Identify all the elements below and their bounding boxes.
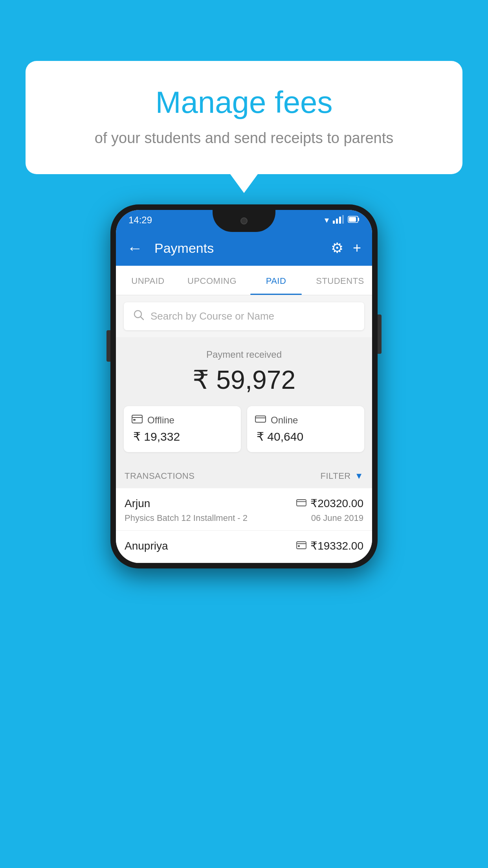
svg-rect-16	[297, 542, 306, 549]
phone-frame: 14:29 ▾	[110, 204, 378, 568]
svg-rect-1	[336, 219, 338, 224]
speech-bubble-container: Manage fees of your students and send re…	[26, 61, 462, 174]
svg-rect-14	[297, 500, 306, 506]
svg-rect-12	[255, 416, 266, 422]
transactions-label: TRANSACTIONS	[125, 471, 194, 481]
search-bar[interactable]: Search by Course or Name	[124, 302, 364, 330]
speech-bubble-subtext: of your students and send receipts to pa…	[57, 130, 431, 147]
signal-icon	[333, 215, 344, 226]
filter-button[interactable]: FILTER ▼	[321, 471, 363, 481]
tab-paid[interactable]: PAID	[244, 266, 308, 295]
transaction-date: 06 June 2019	[311, 513, 363, 523]
search-placeholder-text: Search by Course or Name	[150, 310, 274, 322]
transaction-name: Anupriya	[125, 540, 168, 552]
tab-students[interactable]: STUDENTS	[308, 266, 372, 295]
search-icon	[133, 309, 144, 323]
transaction-name: Arjun	[125, 497, 150, 510]
online-card-header: Online	[255, 415, 298, 426]
offline-card-header: Offline	[132, 415, 174, 426]
payment-received-label: Payment received	[124, 349, 364, 360]
online-payment-row-icon	[296, 498, 306, 509]
transaction-amount-wrapper: ₹19332.00	[296, 539, 363, 552]
speech-bubble: Manage fees of your students and send re…	[26, 61, 462, 174]
offline-payment-card: Offline ₹ 19,332	[124, 406, 241, 452]
online-label: Online	[271, 415, 298, 426]
battery-icon	[348, 216, 360, 225]
offline-payment-icon	[132, 415, 143, 426]
table-row[interactable]: Anupriya ₹19332.00	[116, 531, 372, 563]
svg-rect-0	[333, 221, 335, 224]
app-bar: ← Payments ⚙ +	[116, 230, 372, 266]
settings-icon[interactable]: ⚙	[331, 240, 343, 256]
transaction-row-top: Anupriya ₹19332.00	[125, 539, 363, 552]
svg-rect-5	[358, 218, 359, 221]
svg-rect-11	[133, 419, 136, 421]
transaction-amount: ₹20320.00	[310, 497, 363, 510]
payment-total-amount: ₹ 59,972	[124, 365, 364, 395]
svg-rect-9	[132, 415, 142, 423]
online-amount: ₹ 40,640	[255, 430, 303, 443]
add-icon[interactable]: +	[353, 240, 361, 256]
transaction-row-top: Arjun ₹20320.00	[125, 497, 363, 510]
search-section: Search by Course or Name	[116, 295, 372, 337]
app-bar-title: Payments	[154, 241, 323, 256]
phone-screen: 14:29 ▾	[116, 210, 372, 563]
tab-upcoming[interactable]: UPCOMING	[180, 266, 244, 295]
tab-bar: UNPAID UPCOMING PAID STUDENTS	[116, 266, 372, 295]
status-time: 14:29	[128, 215, 152, 226]
speech-bubble-heading: Manage fees	[57, 85, 431, 120]
filter-icon: ▼	[355, 471, 363, 481]
transaction-row-bottom: Physics Batch 12 Installment - 2 06 June…	[125, 513, 363, 523]
wifi-icon: ▾	[325, 215, 329, 225]
svg-line-8	[141, 317, 143, 320]
table-row[interactable]: Arjun ₹20320.00 Physics Batch 12 Install…	[116, 488, 372, 531]
phone-notch	[213, 210, 275, 232]
tab-unpaid[interactable]: UNPAID	[116, 266, 180, 295]
app-bar-actions: ⚙ +	[331, 240, 361, 256]
svg-rect-3	[342, 215, 344, 224]
payment-summary-section: Payment received ₹ 59,972	[116, 337, 372, 462]
offline-label: Offline	[147, 415, 174, 426]
svg-rect-2	[339, 217, 341, 224]
svg-rect-18	[298, 545, 300, 547]
payment-breakdown: Offline ₹ 19,332	[124, 406, 364, 452]
phone-device: 14:29 ▾	[110, 204, 378, 568]
filter-label: FILTER	[321, 471, 351, 481]
online-payment-card: Online ₹ 40,640	[247, 406, 364, 452]
online-payment-icon	[255, 415, 266, 426]
transactions-header: TRANSACTIONS FILTER ▼	[116, 462, 372, 488]
front-camera	[240, 217, 248, 224]
transaction-amount-wrapper: ₹20320.00	[296, 497, 363, 510]
offline-payment-row-icon	[296, 541, 306, 552]
offline-amount: ₹ 19,332	[132, 430, 180, 443]
transaction-detail: Physics Batch 12 Installment - 2	[125, 513, 248, 523]
transaction-amount: ₹19332.00	[310, 539, 363, 552]
status-icons: ▾	[325, 215, 360, 226]
svg-rect-6	[349, 217, 356, 222]
back-button[interactable]: ←	[127, 239, 143, 257]
